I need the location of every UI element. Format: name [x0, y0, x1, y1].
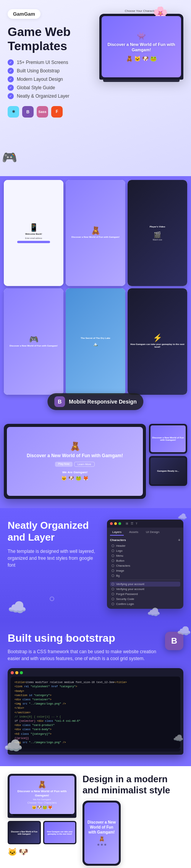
tab-layers[interactable]: Layers — [110, 529, 124, 536]
bootstrap-title: Built using bootstrap — [8, 632, 157, 645]
feature-item: ✓ Neatly & Organized Layer — [8, 93, 93, 99]
sass-icon: Sass — [37, 106, 48, 118]
modern-phone-row: Discover a New World of Fun with Gamgam!… — [8, 821, 76, 844]
code-maximize-dot — [20, 671, 23, 674]
layers-panel-wrapper: ⊞ ☰ T Layers Assets UI Design Characters… — [107, 520, 183, 609]
laptop-base-code — [11, 749, 180, 752]
layer-item-logo: Logo — [110, 548, 180, 553]
layer-item-confirm: Confirm Login — [110, 602, 180, 606]
phone-mock-1: 📱 Welcome Back! Enter email address — [4, 180, 63, 286]
mini-phone-2: Gamgam Ready to... — [149, 456, 187, 486]
code-line-10: if (selector) <div class="col-4 col-md-6… — [15, 719, 176, 723]
code-line-3: <body> — [15, 689, 176, 693]
layer-item-header: Header — [110, 543, 180, 548]
mini-phone-2-text: Gamgam Ready to... — [157, 470, 179, 472]
deco-char-left: 🎮 — [2, 150, 17, 165]
bootstrap-header: Built using bootstrap Bootstrap is a CSS… — [8, 632, 183, 662]
modern-laptop-screen: 🧸 Discover a New World of Fun with Gamga… — [10, 776, 74, 814]
maximize-dot — [118, 522, 121, 525]
code-line-2: <link rel="stylesheet" href="category"> — [15, 685, 176, 689]
layer-item-verify2: Verifying your account — [110, 587, 180, 592]
modern-laptop-base — [13, 814, 71, 816]
code-screen: <title>items modifier relative medium fo… — [11, 677, 180, 749]
check-icon: ✓ — [8, 85, 14, 91]
code-line-13: <h3 class="{category}"> — [15, 732, 176, 736]
layer-item-security: Security Code — [110, 597, 180, 602]
tablet-sub-text: We Are Gamgam! — [62, 471, 87, 474]
check-icon: ✓ — [8, 76, 14, 82]
phone-mock-2: 🧸 Discover a New World of Fun with Gamga… — [66, 180, 125, 286]
layer-item-forgot: Forgot Password — [110, 592, 180, 597]
code-line-6: <img src="../images/logo.png" /> — [15, 702, 176, 706]
features-list: ✓ 15+ Premium UI Screens ✓ Built Using B… — [8, 59, 93, 99]
code-line-1: <title>items modifier relative medium fo… — [15, 680, 176, 685]
feature-item: ✓ Built Using Bootstrap — [8, 68, 93, 74]
layers-content: Characters + Header Logo Menu Butt — [107, 536, 183, 609]
feature-item: ✓ 15+ Premium UI Screens — [8, 59, 93, 65]
modern-laptop-text: Discover a New World of Fun with Gamgam! — [12, 790, 72, 798]
modern-laptop: 🧸 Discover a New World of Fun with Gamga… — [8, 774, 76, 818]
feature-item: ✓ Global Style Guide — [8, 85, 93, 91]
laptop-frame: 👾 Discover a New World of Fun with Gamga… — [99, 14, 183, 80]
check-icon: ✓ — [8, 59, 14, 65]
react-icon: ⚛ — [8, 106, 19, 118]
tab-assets[interactable]: Assets — [127, 529, 141, 536]
check-icon: ✓ — [8, 93, 14, 99]
hero-preview: Choose Your Characters 👾 Discover a New … — [99, 9, 183, 82]
close-dot — [110, 522, 113, 525]
right-phone-screen: Discover a New World of Fun with Gamgam!… — [84, 803, 119, 864]
tablet-chars-row: 🐱 🐶 🐸 🦊 — [61, 476, 89, 481]
code-line-5: <div class="container"> — [15, 698, 176, 702]
cloud-deco-bootstrap-left: ☁️ — [4, 737, 23, 755]
cloud-deco-bootstrap-right: ☁️ — [177, 624, 191, 638]
screen-char-deco: 👾 — [137, 32, 146, 40]
modern-section: 🧸 Discover a New World of Fun with Gamga… — [0, 766, 191, 868]
code-line-12: <div class="card-body"> — [15, 727, 176, 732]
hero-title: Game Web Templates — [8, 25, 93, 53]
modern-phone-1-text: Discover a New World of Fun with Gamgam! — [10, 830, 39, 835]
figma-icon: F — [51, 106, 63, 118]
bootstrap-desc: Bootstrap is a CSS framework that can be… — [8, 648, 157, 662]
organized-left: Neatly Organized and Layer The template … — [8, 520, 99, 569]
code-laptop: <title>items modifier relative medium fo… — [8, 668, 183, 755]
tab-ui-design[interactable]: UI Design — [144, 529, 162, 536]
layers-toolbar: ⊞ ☰ T — [107, 520, 183, 528]
code-minimize-dot — [15, 671, 18, 674]
layer-divider — [110, 580, 180, 580]
cloud-deco-bootstrap-bottom: ☁️ — [173, 733, 183, 743]
modern-laptop-sub: We Are Gamgam! — [33, 798, 51, 801]
feature-item: ✓ Modern Layout Design — [8, 76, 93, 82]
bootstrap-icon: B — [22, 106, 34, 118]
modern-char-deco: 🐱 🐶 — [8, 847, 76, 857]
modern-right-phone: Discover a New World of Fun with Gamgam!… — [83, 801, 183, 866]
tablet-buttons: Play Now Learn More — [55, 462, 94, 467]
modern-phone-2: How Gamgam can take your gameplay to the… — [43, 821, 76, 844]
circle-deco-bootstrap — [65, 636, 70, 641]
code-line-11: <div class="card-product" — [15, 723, 176, 727]
laptop-screen-text: Discover a New World of Fun with Gamgam! — [105, 42, 177, 53]
modern-chars-row: 🐱 🐶 🐸 🦊 — [32, 805, 52, 809]
layer-group-title: Characters + — [110, 538, 180, 542]
mini-phone-1-text: Discover a New World of Fun with Gamgam! — [152, 436, 184, 441]
modern-right: Design in a modern and minimalist style … — [83, 774, 183, 868]
layers-panel: ⊞ ☰ T Layers Assets UI Design Characters… — [107, 520, 183, 609]
bootstrap-left: Built using bootstrap Bootstrap is a CSS… — [8, 632, 157, 662]
char-row: 🧸 🐱 🐶 🐸 — [126, 56, 157, 62]
bootstrap-section: ☁️ ☁️ ☁️ Built using bootstrap Bootstrap… — [0, 620, 191, 766]
modern-chars-label: Choose Your Characters — [28, 801, 57, 804]
organized-desc: The template is designed with well layer… — [8, 548, 99, 569]
cloud-deco-left: ☁️ — [8, 598, 27, 616]
tablet-section: 🧸 Discover a New World of Fun with Gamga… — [0, 418, 191, 508]
layer-item-image: Image — [110, 568, 180, 573]
modern-laptop-char: 🧸 — [38, 780, 46, 789]
code-close-dot — [11, 671, 14, 674]
tool-icons: ⚛ B Sass F — [8, 106, 93, 118]
code-line-7: </div> — [15, 706, 176, 710]
right-phone-text: Discover a New World of Fun with Gamgam! — [87, 820, 117, 835]
phone-mock-4: 🎮 Discover a New World of Fun with Gamga… — [4, 288, 63, 394]
modern-left: 🧸 Discover a New World of Fun with Gamga… — [8, 774, 76, 857]
brand-badge: GamGam — [8, 9, 40, 19]
screenshots-grid: 📱 Welcome Back! Enter email address 🧸 Di… — [4, 180, 187, 395]
circle-deco — [50, 597, 54, 601]
right-phone-frame: Discover a New World of Fun with Gamgam!… — [83, 801, 121, 866]
